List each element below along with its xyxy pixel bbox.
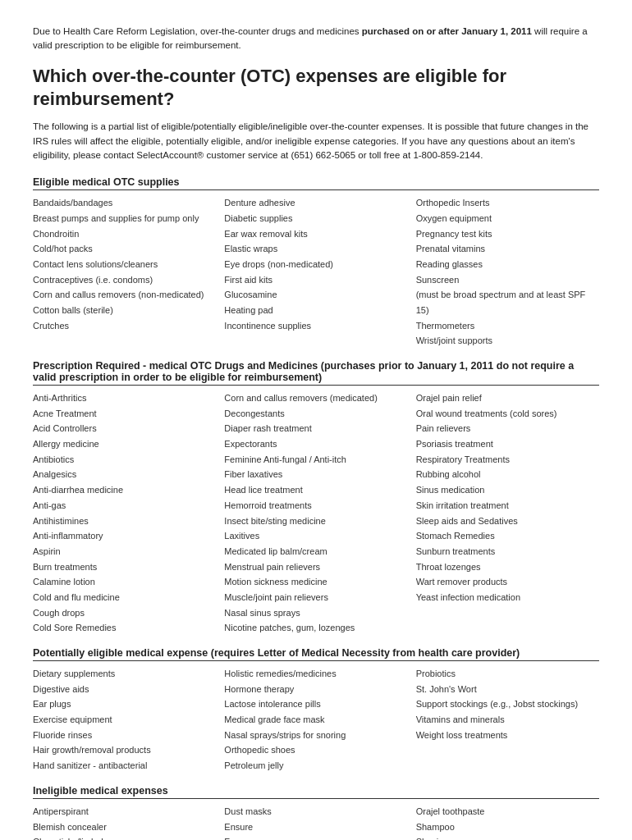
col-ineligible-0: AntiperspirantBlemish concealerChapstick… (33, 804, 216, 840)
list-item: Antihistimines (33, 514, 216, 529)
list-item: Menstrual pain relievers (224, 559, 407, 575)
list-item: Vitamins and minerals (416, 712, 599, 728)
list-item: Skin irritation treatment (416, 498, 599, 514)
col-prescription-2: Orajel pain reliefOral wound treatments … (416, 390, 599, 636)
list-item: Prenatal vitamins (416, 241, 599, 257)
section-header-prescription: Prescription Required - medical OTC Drug… (33, 360, 599, 386)
list-item: Sinus medication (416, 482, 599, 498)
list-item: Oxygen equipment (416, 211, 599, 226)
list-item: Chapsticks/lip balm (33, 834, 216, 840)
list-item: Shaving cream (416, 834, 599, 840)
list-item: Respiratory Treatments (416, 452, 599, 468)
list-item: Nasal sprays/strips for snoring (224, 728, 407, 743)
list-item: Ear plugs (33, 696, 216, 712)
list-item: Anti-gas (33, 498, 216, 514)
list-item: Orajel pain relief (416, 390, 599, 406)
list-item: Orajel toothpaste (416, 804, 599, 819)
intro-paragraph: The following is a partial list of eligi… (33, 120, 599, 163)
list-item: Fiber laxatives (224, 467, 407, 482)
list-item: Denture adhesive (224, 195, 407, 211)
list-item: Cold Sore Remedies (33, 620, 216, 636)
col-eligible-2: Orthopedic InsertsOxygen equipmentPregna… (416, 195, 599, 349)
list-item: Analgesics (33, 467, 216, 482)
list-item: Acid Controllers (33, 421, 216, 436)
list-item: Expectorants (224, 436, 407, 452)
list-item: Oral wound treatments (cold sores) (416, 406, 599, 422)
list-item: Psoriasis treatment (416, 436, 599, 452)
list-item: Calamine lotion (33, 574, 216, 590)
list-item: Nicotine patches, gum, lozenges (224, 620, 407, 636)
list-item: Exercise equipment (33, 712, 216, 728)
list-item: Cough drops (33, 605, 216, 621)
list-item: Digestive aids (33, 682, 216, 697)
list-item: Acne Treatment (33, 406, 216, 422)
section-grid-ineligible: AntiperspirantBlemish concealerChapstick… (33, 804, 599, 840)
list-item: Ear wax removal kits (224, 226, 407, 242)
list-item: Stomach Remedies (416, 528, 599, 544)
list-item: Allergy medicine (33, 436, 216, 452)
col-eligible-0: Bandaids/bandagesBreast pumps and suppli… (33, 195, 216, 349)
list-item: Orthopedic Inserts (416, 195, 599, 211)
list-item: Dietary supplements (33, 666, 216, 682)
list-item: Incontinence supplies (224, 318, 407, 334)
list-item: Sunburn treatments (416, 544, 599, 559)
list-item: Holistic remedies/medicines (224, 666, 407, 682)
list-item: Nasal sinus sprays (224, 605, 407, 621)
list-item: Ensure (224, 819, 407, 835)
list-item: Medical grade face mask (224, 712, 407, 728)
list-item: Cotton balls (sterile) (33, 303, 216, 318)
list-item: Wrist/joint supports (416, 333, 599, 349)
list-item: Anti-diarrhea medicine (33, 482, 216, 498)
list-item: Lactose intolerance pills (224, 696, 407, 712)
col-ineligible-2: Orajel toothpasteShampooShaving creamSoa… (416, 804, 599, 840)
list-item: Contraceptives (i.e. condoms) (33, 272, 216, 288)
section-ineligible: Ineligible medical expensesAntiperspiran… (33, 785, 599, 840)
list-item: Support stockings (e.g., Jobst stockings… (416, 696, 599, 712)
col-eligible-1: Denture adhesiveDiabetic suppliesEar wax… (224, 195, 407, 349)
list-item: Elastic wraps (224, 241, 407, 257)
list-item: First aid kits (224, 272, 407, 288)
list-item: Breast pumps and supplies for pump only (33, 211, 216, 226)
list-item: Sleep aids and Sedatives (416, 514, 599, 529)
list-item: Burn treatments (33, 559, 216, 575)
list-item: Wart remover products (416, 574, 599, 590)
list-item: Pregnancy test kits (416, 226, 599, 242)
list-item: Orthopedic shoes (224, 742, 407, 758)
section-header-potentially: Potentially eligible medical expense (re… (33, 647, 599, 661)
list-item: Medicated lip balm/cream (224, 544, 407, 559)
list-item: Hormone therapy (224, 682, 407, 697)
list-item: Insect bite/sting medicine (224, 514, 407, 529)
list-item: Antiperspirant (33, 804, 216, 819)
list-item: Contact lens solutions/cleaners (33, 257, 216, 272)
list-item: Bandaids/bandages (33, 195, 216, 211)
list-item: Hemorroid treatments (224, 498, 407, 514)
list-item: Eye drops (non-medicated) (224, 257, 407, 272)
col-ineligible-1: Dust masksEnsureFace creamsFeminine hygi… (224, 804, 407, 840)
list-item: Fluoride rinses (33, 728, 216, 743)
section-grid-eligible: Bandaids/bandagesBreast pumps and suppli… (33, 195, 599, 349)
col-prescription-1: Corn and callus removers (medicated)Deco… (224, 390, 407, 636)
list-item: Thermometers (416, 318, 599, 334)
list-item: Weight loss treatments (416, 728, 599, 743)
list-item: Chondroitin (33, 226, 216, 242)
list-item: Sunscreen(must be broad spectrum and at … (416, 272, 599, 318)
list-item: Hair growth/removal products (33, 742, 216, 758)
col-potentially-0: Dietary supplementsDigestive aidsEar plu… (33, 666, 216, 774)
list-item: Cold/hot packs (33, 241, 216, 257)
list-item: Muscle/joint pain relievers (224, 590, 407, 605)
list-item: Aspirin (33, 544, 216, 559)
list-item: Antibiotics (33, 452, 216, 468)
list-item: Heating pad (224, 303, 407, 318)
section-header-ineligible: Ineligible medical expenses (33, 785, 599, 799)
list-item: Yeast infection medication (416, 590, 599, 605)
list-item: Decongestants (224, 406, 407, 422)
list-item: Throat lozenges (416, 559, 599, 575)
col-potentially-1: Holistic remedies/medicinesHormone thera… (224, 666, 407, 774)
list-item: Petroleum jelly (224, 758, 407, 774)
col-potentially-2: ProbioticsSt. John's WortSupport stockin… (416, 666, 599, 774)
list-item: Reading glasses (416, 257, 599, 272)
list-item: Glucosamine (224, 287, 407, 303)
col-prescription-0: Anti-ArthriticsAcne TreatmentAcid Contro… (33, 390, 216, 636)
section-header-eligible: Eligible medical OTC supplies (33, 176, 599, 190)
list-item: Face creams (224, 834, 407, 840)
